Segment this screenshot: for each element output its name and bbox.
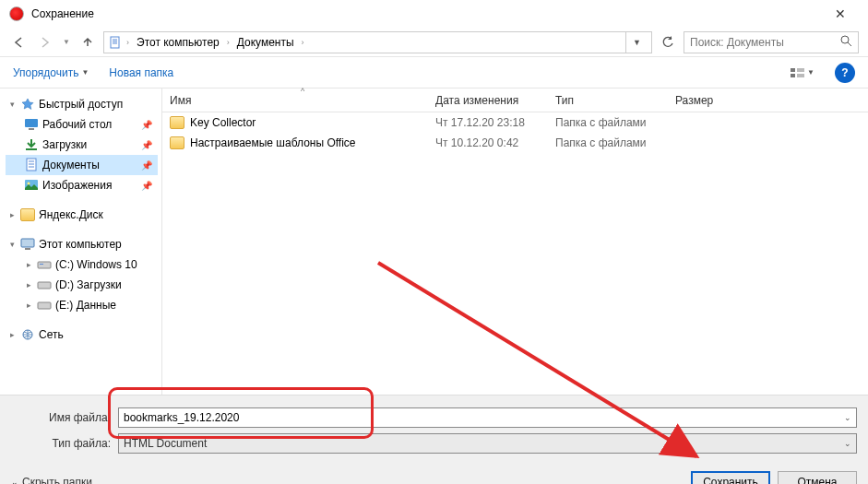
documents-icon: [24, 158, 39, 172]
drive-icon: [37, 298, 52, 313]
folder-icon: [170, 116, 184, 129]
hide-folders-link[interactable]: ⌄ Скрыть папки: [11, 476, 92, 485]
chevron-right-icon[interactable]: ›: [126, 38, 129, 47]
expand-icon[interactable]: ▸: [7, 330, 17, 339]
back-button[interactable]: [9, 32, 30, 53]
save-button[interactable]: Сохранить: [691, 471, 770, 484]
desktop-icon: [24, 117, 39, 132]
sort-asc-icon: ^: [301, 87, 304, 96]
breadcrumb-root[interactable]: Этот компьютер: [133, 34, 223, 51]
app-logo-icon: [9, 6, 24, 21]
chevron-right-icon[interactable]: ›: [302, 38, 304, 47]
toolbar: Упорядочить ▼ Новая папка ▼ ?: [0, 57, 868, 89]
expand-icon[interactable]: ▾: [7, 240, 17, 249]
window-title: Сохранение: [31, 7, 94, 20]
pc-icon: [20, 237, 35, 252]
documents-icon: [108, 35, 123, 50]
tree-quick-access[interactable]: ▾ Быстрый доступ: [6, 94, 158, 114]
downloads-icon: [24, 137, 39, 152]
svg-rect-0: [111, 37, 119, 48]
refresh-button[interactable]: [658, 32, 678, 53]
filetype-select[interactable]: HTML Document ⌄: [118, 433, 857, 454]
svg-rect-4: [25, 119, 38, 127]
chevron-down-icon[interactable]: ⌄: [838, 439, 851, 448]
svg-rect-13: [40, 264, 43, 265]
tree-e-drive[interactable]: ▸ (E:) Данные: [6, 295, 158, 315]
svg-rect-10: [21, 239, 34, 247]
view-mode-button[interactable]: ▼: [791, 63, 814, 83]
recent-dropdown[interactable]: ▼: [61, 32, 72, 53]
filename-label: Имя файла:: [11, 411, 111, 424]
body: ▾ Быстрый доступ Рабочий стол 📌 Загрузки…: [0, 89, 868, 395]
col-name[interactable]: Имя: [162, 89, 428, 112]
star-icon: [20, 97, 35, 112]
tree-c-drive[interactable]: ▸ (C:) Windows 10: [6, 254, 158, 275]
pin-icon: 📌: [141, 140, 158, 150]
chevron-down-icon[interactable]: ⌄: [838, 413, 851, 422]
pin-icon: 📌: [141, 120, 158, 130]
pictures-icon: [24, 178, 39, 193]
tree-d-drive[interactable]: ▸ (D:) Загрузки: [6, 275, 158, 295]
save-form: Имя файла: bookmarks_19.12.2020 ⌄ Тип фа…: [0, 395, 868, 464]
expand-icon[interactable]: ▸: [24, 260, 33, 269]
titlebar: Сохранение ✕: [0, 0, 868, 28]
search-icon: [840, 35, 852, 50]
expand-icon[interactable]: ▸: [24, 280, 33, 289]
drive-icon: [37, 257, 52, 272]
tree-documents[interactable]: Документы 📌: [6, 155, 158, 175]
col-size[interactable]: Размер: [668, 89, 868, 112]
file-list: Имя ^ Дата изменения Тип Размер Key Coll…: [161, 89, 868, 395]
close-button[interactable]: ✕: [822, 6, 859, 21]
col-date[interactable]: Дата изменения: [428, 89, 548, 112]
new-folder-button[interactable]: Новая папка: [109, 66, 173, 79]
network-icon: [20, 327, 35, 342]
address-dropdown[interactable]: ▼: [625, 32, 648, 53]
drive-icon: [37, 277, 52, 292]
col-type[interactable]: Тип: [548, 89, 668, 112]
breadcrumb-folder[interactable]: Документы: [233, 34, 298, 51]
tree-desktop[interactable]: Рабочий стол 📌: [6, 114, 158, 135]
chevron-right-icon[interactable]: ›: [227, 38, 230, 47]
filename-input[interactable]: bookmarks_19.12.2020 ⌄: [118, 407, 857, 428]
expand-icon[interactable]: ▸: [7, 210, 17, 219]
address-bar[interactable]: › Этот компьютер › Документы › ▼: [103, 31, 652, 53]
filetype-label: Тип файла:: [11, 437, 111, 450]
svg-rect-3: [791, 74, 795, 77]
svg-rect-14: [38, 282, 51, 289]
cancel-button[interactable]: Отмена: [778, 471, 857, 484]
tree-this-pc[interactable]: ▾ Этот компьютер: [6, 234, 158, 254]
footer: ⌄ Скрыть папки Сохранить Отмена: [0, 464, 868, 484]
folder-icon: [170, 136, 184, 149]
file-row[interactable]: Настраиваемые шаблоны Office Чт 10.12.20…: [162, 133, 868, 153]
pin-icon: 📌: [141, 160, 158, 171]
organize-button[interactable]: Упорядочить ▼: [13, 66, 89, 79]
svg-rect-5: [29, 128, 34, 130]
chevron-down-icon: ▼: [81, 68, 89, 77]
svg-rect-11: [25, 248, 30, 250]
help-button[interactable]: ?: [835, 63, 855, 83]
tree-downloads[interactable]: Загрузки 📌: [6, 135, 158, 155]
tree-yandex[interactable]: ▸ Яндекс.Диск: [6, 205, 158, 225]
search-input[interactable]: Поиск: Документы: [684, 31, 859, 53]
forward-button[interactable]: [35, 32, 55, 53]
tree-network[interactable]: ▸ Сеть: [6, 325, 158, 345]
svg-rect-6: [26, 148, 37, 150]
svg-rect-2: [791, 68, 795, 72]
up-button[interactable]: [77, 32, 98, 53]
svg-rect-15: [38, 302, 51, 309]
svg-rect-12: [38, 262, 51, 268]
columns-header: Имя ^ Дата изменения Тип Размер: [162, 89, 868, 112]
chevron-down-icon: ⌄: [11, 478, 18, 485]
pin-icon: 📌: [141, 181, 158, 191]
navbar: ▼ › Этот компьютер › Документы › ▼ Поиск…: [0, 28, 868, 57]
expand-icon[interactable]: ▸: [24, 301, 33, 310]
svg-point-1: [841, 36, 849, 43]
expand-icon[interactable]: ▾: [7, 100, 17, 109]
file-row[interactable]: Key Collector Чт 17.12.20 23:18 Папка с …: [162, 112, 868, 133]
folder-icon: [20, 207, 35, 222]
tree-pictures[interactable]: Изображения 📌: [6, 175, 158, 195]
tree-panel: ▾ Быстрый доступ Рабочий стол 📌 Загрузки…: [0, 89, 161, 395]
search-placeholder: Поиск: Документы: [690, 36, 784, 49]
